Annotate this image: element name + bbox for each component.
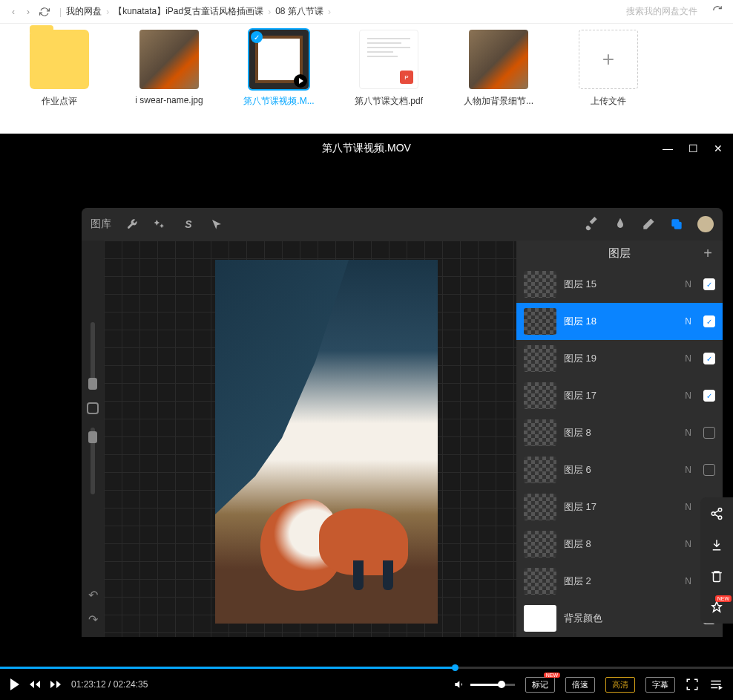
breadcrumb: | 我的网盘 › 【kunatata】iPad复古童话风格插画课 › 08 第八… <box>59 5 626 18</box>
layer-blend[interactable]: N <box>685 465 691 475</box>
svg-line-6 <box>714 514 718 517</box>
layer-blend[interactable]: N <box>685 502 691 512</box>
video-thumb: ✓ <box>249 30 309 89</box>
selection-icon[interactable]: S <box>181 217 196 232</box>
pin-icon[interactable]: NEW <box>709 600 724 615</box>
file-name: 上传文件 <box>591 95 626 108</box>
wand-icon[interactable] <box>153 217 168 232</box>
quality-button[interactable]: 高清 <box>605 677 635 693</box>
layer-visibility-checkbox[interactable]: ✓ <box>703 390 715 402</box>
eraser-icon[interactable] <box>641 217 656 232</box>
float-toolbar: NEW <box>700 497 733 624</box>
delete-icon[interactable] <box>709 569 724 583</box>
layer-visibility-checkbox[interactable]: ✓ <box>703 278 715 290</box>
play-button[interactable] <box>10 678 19 690</box>
artwork <box>215 260 438 624</box>
brush-icon[interactable] <box>585 217 599 232</box>
layer-visibility-checkbox[interactable]: ✓ <box>703 315 715 327</box>
undo-icon[interactable]: ↶ <box>88 588 98 602</box>
layer-row[interactable]: 背景颜色 ✓ <box>516 600 723 637</box>
playlist-icon[interactable] <box>709 678 723 691</box>
file-item-image[interactable]: i swear-name.jpg <box>125 30 214 128</box>
layer-blend[interactable]: N <box>685 576 691 586</box>
download-icon[interactable] <box>709 537 724 552</box>
marker-button[interactable]: 标记NEW <box>525 677 555 693</box>
layer-blend[interactable]: N <box>685 279 691 290</box>
image-thumb <box>469 30 528 89</box>
maximize-icon[interactable]: ☐ <box>687 143 699 154</box>
file-item-image[interactable]: 人物加背景细节... <box>454 30 543 128</box>
svg-point-3 <box>711 512 715 516</box>
layer-blend[interactable]: N <box>685 428 691 438</box>
procreate-app: 图库 S ↶ ↷ <box>82 208 723 637</box>
breadcrumb-item[interactable]: 【kunatata】iPad复古童话风格插画课 <box>114 5 263 18</box>
file-item-video[interactable]: ✓ 第八节课视频.M... <box>234 30 323 128</box>
layer-blend[interactable]: N <box>685 316 691 327</box>
breadcrumb-item[interactable]: 我的网盘 <box>66 5 102 18</box>
layers-icon[interactable] <box>669 217 684 232</box>
layer-name: 图层 18 <box>564 315 677 328</box>
share-icon[interactable] <box>709 506 724 521</box>
file-item-pdf[interactable]: P 第八节课文档.pdf <box>344 30 433 128</box>
breadcrumb-item[interactable]: 08 第八节课 <box>275 5 323 18</box>
smudge-icon[interactable] <box>613 217 628 232</box>
subtitle-button[interactable]: 字幕 <box>645 677 675 693</box>
close-icon[interactable]: ✕ <box>712 143 724 154</box>
layer-thumb <box>524 271 556 298</box>
layer-row[interactable]: 图层 17 N <box>516 488 723 526</box>
layer-row[interactable]: 图层 19 N ✓ <box>516 340 723 377</box>
next-button[interactable] <box>50 681 61 688</box>
search-input[interactable]: 搜索我的网盘文件 <box>626 5 712 18</box>
layer-row[interactable]: 图层 18 N ✓ <box>516 303 723 340</box>
add-layer-icon[interactable]: + <box>703 245 712 262</box>
prev-button[interactable] <box>30 681 40 688</box>
refresh-icon[interactable] <box>36 4 53 19</box>
layer-row[interactable]: 图层 17 N ✓ <box>516 377 723 414</box>
file-item-upload[interactable]: + 上传文件 <box>564 30 653 128</box>
layer-blend[interactable]: N <box>685 539 691 549</box>
layer-blend[interactable]: N <box>685 353 691 364</box>
opacity-slider[interactable] <box>91 428 95 494</box>
search-refresh-icon[interactable] <box>712 5 727 18</box>
layer-visibility-checkbox[interactable]: ✓ <box>703 353 715 364</box>
svg-point-2 <box>718 508 722 512</box>
redo-icon[interactable]: ↷ <box>88 612 98 627</box>
color-picker[interactable] <box>697 216 714 232</box>
layer-thumb <box>524 605 556 632</box>
file-name: 人物加背景细节... <box>464 95 533 108</box>
modifier-button[interactable] <box>87 402 99 414</box>
forward-arrow-icon[interactable]: › <box>21 4 36 19</box>
check-icon: ✓ <box>251 31 263 43</box>
video-player: 第八节课视频.MOV — ☐ ✕ 图库 S <box>0 134 733 700</box>
gallery-button[interactable]: 图库 <box>91 217 111 231</box>
volume-control[interactable] <box>454 678 515 690</box>
layers-header: 图层 + <box>516 241 723 266</box>
video-title: 第八节课视频.MOV <box>322 142 411 155</box>
new-badge: NEW <box>544 673 560 678</box>
brush-size-slider[interactable] <box>91 322 95 389</box>
layer-blend[interactable]: N <box>685 390 691 401</box>
video-titlebar: 第八节课视频.MOV — ☐ ✕ <box>0 134 733 163</box>
layer-visibility-checkbox[interactable] <box>703 427 715 439</box>
layer-visibility-checkbox[interactable] <box>703 464 715 476</box>
arrow-icon[interactable] <box>209 217 224 232</box>
file-item-folder[interactable]: 作业点评 <box>15 30 104 128</box>
minimize-icon[interactable]: — <box>662 143 674 154</box>
speed-button[interactable]: 倍速 <box>565 677 595 693</box>
layer-thumb <box>524 568 556 595</box>
file-name: i swear-name.jpg <box>135 95 203 105</box>
plus-icon: + <box>579 30 638 89</box>
canvas[interactable] <box>104 241 516 637</box>
layer-thumb <box>524 308 556 335</box>
layer-row[interactable]: 图层 2 N <box>516 563 723 600</box>
video-controls: 01:23:12 / 02:24:35 标记NEW 倍速 高清 字幕 <box>0 669 733 700</box>
layer-name: 图层 6 <box>564 463 677 477</box>
wrench-icon[interactable] <box>125 217 139 232</box>
layer-row[interactable]: 图层 15 N ✓ <box>516 266 723 303</box>
volume-slider[interactable] <box>470 684 515 686</box>
layer-row[interactable]: 图层 8 N <box>516 526 723 563</box>
layer-row[interactable]: 图层 6 N <box>516 451 723 488</box>
layer-row[interactable]: 图层 8 N <box>516 414 723 451</box>
back-arrow-icon[interactable]: ‹ <box>6 4 21 19</box>
fullscreen-icon[interactable] <box>686 678 699 691</box>
